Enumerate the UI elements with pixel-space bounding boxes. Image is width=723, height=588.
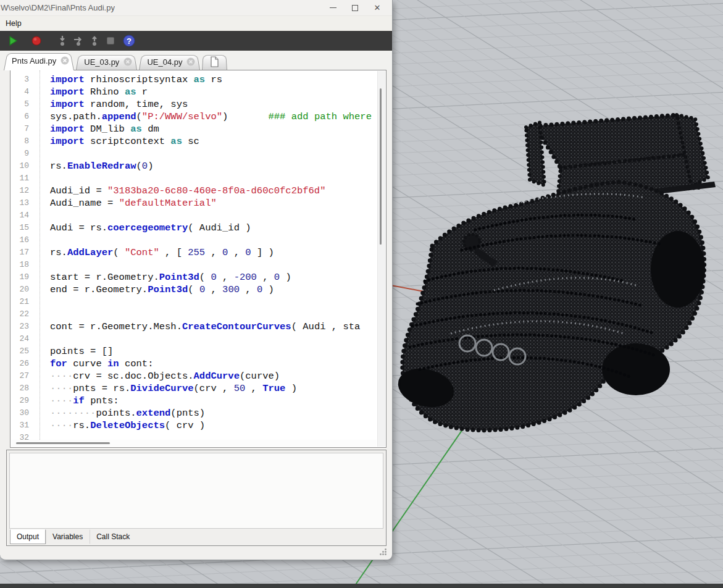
titlebar[interactable]: W\selvo\DM2\Final\Pnts Audi.py ✕ — [0, 0, 392, 16]
gutter: 3456789101112131415161718192021222324252… — [10, 74, 29, 444]
code-editor[interactable]: 3456789101112131415161718192021222324252… — [10, 70, 387, 448]
output-content — [9, 453, 383, 529]
tab-label: Pnts Audi.py — [12, 56, 56, 65]
step-out-icon — [88, 35, 101, 47]
maximize-button[interactable] — [344, 1, 366, 15]
tab-output[interactable]: Output — [10, 529, 46, 544]
vertical-scrollbar-thumb[interactable] — [380, 88, 382, 245]
taskbar-strip — [0, 584, 723, 588]
step-into-button[interactable] — [54, 33, 70, 49]
output-panel-tabs: Output Variables Call Stack — [10, 529, 136, 544]
tab-variables[interactable]: Variables — [46, 529, 90, 544]
run-button[interactable] — [5, 33, 21, 49]
script-editor-window: W\selvo\DM2\Final\Pnts Audi.py ✕ Help — [0, 0, 393, 560]
new-document-icon — [210, 56, 219, 67]
svg-text:?: ? — [127, 36, 132, 46]
tab-close-icon[interactable] — [123, 57, 132, 66]
tab-close-icon[interactable] — [61, 56, 69, 65]
menu-help[interactable]: Help — [0, 19, 27, 28]
close-icon: ✕ — [374, 4, 381, 12]
horizontal-scrollbar-thumb[interactable] — [16, 442, 110, 444]
tab-call-stack[interactable]: Call Stack — [90, 529, 136, 544]
tab-close-icon[interactable] — [186, 57, 195, 66]
code-lines[interactable]: import rhinoscriptsyntax as rsimport Rhi… — [50, 74, 377, 440]
tab-new-file[interactable] — [202, 54, 227, 70]
close-button[interactable]: ✕ — [366, 1, 388, 15]
tab-label: UE_03.py — [84, 57, 119, 67]
tab-ue-03[interactable]: UE_03.py — [76, 54, 137, 70]
step-over-button[interactable] — [70, 33, 86, 49]
maximize-icon — [352, 5, 358, 11]
status-bar — [0, 546, 392, 560]
window-title: W\selvo\DM2\Final\Pnts Audi.py — [1, 3, 115, 12]
minimize-button[interactable] — [322, 1, 344, 15]
screen: W\selvo\DM2\Final\Pnts Audi.py ✕ Help — [0, 0, 723, 588]
run-icon — [7, 35, 19, 47]
help-button[interactable]: ? — [121, 33, 137, 49]
tab-strip: Pnts Audi.py UE_03.py UE_04.py — [0, 51, 392, 70]
step-over-icon — [72, 35, 85, 47]
menubar: Help — [0, 16, 392, 31]
tab-ue-04[interactable]: UE_04.py — [139, 54, 200, 70]
vertical-scrollbar[interactable] — [377, 71, 385, 447]
resize-grip[interactable] — [378, 547, 388, 556]
output-panel: Output Variables Call Stack — [6, 450, 387, 546]
stop-icon — [104, 35, 117, 47]
toolbar: ? — [0, 31, 392, 51]
stop-button[interactable] — [102, 33, 119, 49]
tab-pnts-audi[interactable]: Pnts Audi.py — [4, 51, 74, 70]
horizontal-scrollbar[interactable] — [11, 440, 377, 447]
minimize-icon — [330, 7, 336, 8]
tab-label: UE_04.py — [147, 57, 182, 67]
gutter-separator — [40, 70, 40, 440]
step-out-button[interactable] — [86, 33, 102, 49]
step-into-icon — [56, 35, 69, 47]
record-button[interactable] — [28, 33, 44, 49]
help-icon: ? — [122, 34, 136, 48]
record-icon — [30, 35, 43, 47]
